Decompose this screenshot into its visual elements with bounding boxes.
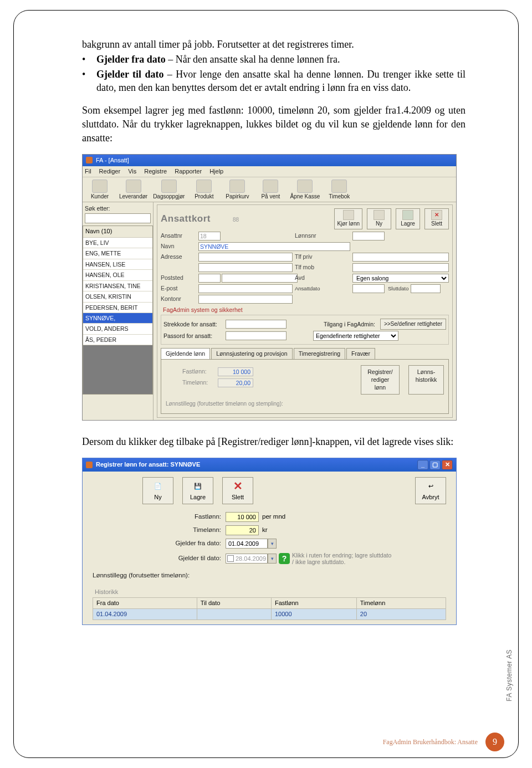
dropdown-arrow-icon[interactable]: ▾	[268, 554, 277, 564]
lbl-navn: Navn	[161, 242, 196, 250]
input-adresse[interactable]	[198, 253, 293, 262]
help-text: Klikk i ruten for endring; lagre sluttda…	[292, 552, 392, 566]
col-timelonn[interactable]: Timelønn	[356, 597, 446, 608]
lbl-lonnsnr: Lønnsnr	[295, 232, 350, 239]
maximize-button[interactable]: ▢	[429, 460, 441, 470]
btn2-lagre[interactable]: 💾Lagre	[182, 477, 213, 504]
val-fastlonn: 10 000	[218, 367, 253, 376]
input-ansattnr[interactable]	[198, 232, 221, 240]
input2-fastlonn[interactable]	[226, 512, 259, 522]
select-avd[interactable]: Egen salong	[352, 274, 449, 283]
lbl2-fastlonn: Fastlønn:	[159, 513, 221, 521]
input-passord[interactable]	[226, 331, 287, 340]
list-item[interactable]: OLSEN, KRISTIN	[83, 291, 152, 302]
list-item[interactable]: HANSEN, LISE	[83, 259, 152, 270]
menu-fil[interactable]: Fil	[85, 167, 91, 176]
btn-kjor-lonn[interactable]: Kjør lønn	[334, 208, 362, 229]
tb-produkt[interactable]: Produkt	[189, 180, 219, 201]
tab-fravaer[interactable]: Fravær	[346, 348, 375, 359]
input-sluttdato[interactable]	[411, 284, 441, 293]
tb-papirkurv[interactable]: Papirkurv	[222, 180, 252, 201]
lbl-tilgang: Tilgang i FagAdmin:	[324, 320, 377, 328]
close-button[interactable]: ✕	[442, 460, 453, 470]
col-fastlonn[interactable]: Fastlønn	[271, 597, 356, 608]
col-tildato[interactable]: Til dato	[197, 597, 271, 608]
input-tlfmob[interactable]	[352, 263, 449, 272]
card-title: Ansattkort	[161, 212, 211, 225]
tb-dagsoppgjor[interactable]: Dagsoppgjør	[152, 180, 186, 201]
app-icon	[86, 462, 93, 468]
lbl-kontonr: Kontonr	[161, 295, 196, 303]
input2-fradato[interactable]	[226, 539, 268, 549]
hint-lonnstillegg: Lønnstillegg (forutsetter timelønn og st…	[166, 400, 444, 408]
list-item[interactable]: ÅS, PEDER	[83, 335, 152, 345]
list-empty-area	[83, 345, 152, 394]
list-item[interactable]: PEDERSEN, BERIT	[83, 303, 152, 313]
btn-registrer-lonn[interactable]: Registrer/ rediger lønn	[361, 365, 400, 395]
input-kontonr[interactable]	[198, 295, 293, 304]
tb-leverandor[interactable]: Leverandør	[118, 180, 149, 201]
list-item-selected[interactable]: SYNNØVE,	[83, 313, 152, 324]
menu-rapporter[interactable]: Rapporter	[175, 167, 202, 176]
tb-timebok[interactable]: Timebok	[324, 180, 354, 201]
input-poststed[interactable]	[222, 274, 298, 283]
tb-pavent[interactable]: På vent	[255, 180, 285, 201]
btn-ny[interactable]: Ny	[367, 208, 391, 229]
input-adresse2[interactable]	[198, 263, 293, 272]
input-epost[interactable]	[198, 284, 293, 293]
search-input[interactable]	[85, 213, 151, 223]
input-postnr[interactable]	[198, 274, 221, 283]
btn-lagre[interactable]: Lagre	[396, 208, 420, 229]
input2-timelonn[interactable]	[226, 525, 259, 535]
checkbox-tildato[interactable]	[227, 555, 234, 562]
btn-definer[interactable]: >>Se/definer rettigheter	[380, 319, 446, 330]
input2-tildato[interactable]: 28.04.2009	[236, 555, 266, 563]
table-row[interactable]: 01.04.2009 10000 20	[93, 609, 446, 620]
section-security-title: FagAdmin system og sikkerhet	[163, 306, 449, 314]
tb-kunder[interactable]: Kunder	[85, 180, 115, 201]
window-titlebar-2: Registrer lønn for ansatt: SYNNØVE _ ▢ ✕	[83, 458, 456, 472]
list-header[interactable]: Navn (10)	[83, 226, 152, 237]
menu-vis[interactable]: Vis	[128, 167, 136, 176]
list-item[interactable]: VOLD, ANDERS	[83, 324, 152, 334]
lbl-fastlonn: Fastlønn:	[182, 367, 214, 375]
input-tlfpriv[interactable]	[352, 253, 449, 262]
lbl2-lonnstillegg: Lønnstillegg (forutsetter timelønn):	[93, 571, 190, 580]
input-strekkode[interactable]	[226, 320, 287, 329]
lbl-tlfmob: Tlf mob	[295, 263, 350, 271]
side-company: FA Systemer AS	[505, 649, 513, 702]
btn-slett[interactable]: ✕Slett	[424, 208, 449, 229]
search-label: Søk etter:	[85, 204, 151, 212]
menu-hjelp[interactable]: Hjelp	[209, 167, 223, 176]
dropdown-arrow-icon[interactable]: ▾	[268, 539, 277, 549]
help-icon[interactable]: ?	[279, 553, 290, 564]
app-icon	[86, 157, 93, 163]
tb-apnekasse[interactable]: Åpne Kasse	[289, 180, 321, 201]
list-item[interactable]: KRISTIANSEN, TINE	[83, 281, 152, 291]
list-item[interactable]: HANSEN, OLE	[83, 270, 152, 280]
btn-lonnshistorikk[interactable]: Lønns- historikk	[408, 365, 444, 395]
lbl-passord: Passord for ansatt:	[163, 332, 222, 340]
menu-rediger[interactable]: Rediger	[99, 167, 121, 176]
tab-gjeldende-lonn[interactable]: Gjeldende lønn	[161, 348, 210, 359]
minimize-button[interactable]: _	[417, 460, 428, 470]
input-lonnsnr[interactable]	[352, 232, 385, 240]
tab-timeregistrering[interactable]: Timeregistrering	[294, 348, 345, 359]
tabs: Gjeldende lønn Lønnsjustering og provisj…	[161, 348, 449, 359]
col-fradato[interactable]: Fra dato	[93, 597, 197, 608]
btn2-slett[interactable]: ✕Slett	[222, 477, 253, 504]
select-tilgang[interactable]: Egendefinerte rettigheter	[313, 331, 398, 341]
menu-registre[interactable]: Registre	[144, 167, 167, 176]
input-ansattdato[interactable]	[352, 284, 385, 293]
lbl2-fradato: Gjelder fra dato:	[159, 539, 221, 548]
btn2-ny[interactable]: 📄Ny	[142, 477, 173, 504]
list-item[interactable]: ENG, METTE	[83, 248, 152, 259]
lbl2-tildato: Gjelder til dato:	[159, 554, 221, 563]
list-item[interactable]: BYE, LIV	[83, 238, 152, 248]
input-navn[interactable]	[198, 242, 350, 251]
unit-fastlonn: per mnd	[262, 513, 285, 521]
employee-list: Navn (10) BYE, LIV ENG, METTE HANSEN, LI…	[83, 226, 153, 395]
tab-lonnsjustering[interactable]: Lønnsjustering og provisjon	[211, 348, 292, 359]
btn2-avbryt[interactable]: ↩Avbryt	[415, 477, 446, 504]
lbl-adresse: Adresse	[161, 253, 196, 260]
